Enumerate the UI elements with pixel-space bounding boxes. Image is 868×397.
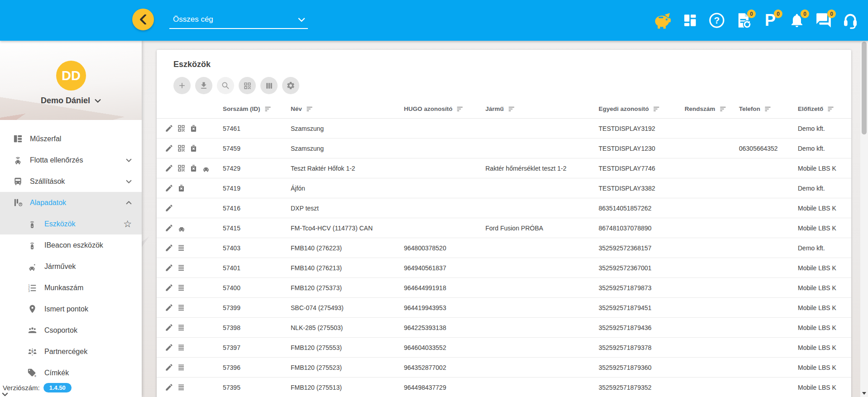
edit-icon[interactable]: [165, 343, 173, 352]
sidebar-item-cimkek[interactable]: + Címkék: [0, 362, 142, 383]
column-header-nev[interactable]: Név: [283, 100, 397, 118]
edit-icon[interactable]: [165, 124, 173, 133]
row-actions: [157, 278, 216, 297]
list-icon[interactable]: [177, 343, 186, 352]
row-actions: [157, 338, 216, 357]
parking-icon[interactable]: P 0: [760, 10, 781, 31]
cell-hugo: 964604033552: [397, 338, 478, 357]
edit-icon[interactable]: [165, 263, 173, 272]
row-actions: [157, 378, 216, 397]
sidebar-item-ibeacon-eszkozok[interactable]: IBeacon eszközök: [0, 234, 142, 256]
column-header-hugo[interactable]: HUGO azonosító: [397, 100, 478, 118]
edit-icon[interactable]: [165, 383, 173, 392]
company-select[interactable]: Összes cég: [169, 13, 308, 29]
edit-icon[interactable]: [165, 164, 173, 172]
cell-elofizeto: Mobile LBS K: [791, 278, 851, 297]
edit-icon[interactable]: [165, 244, 173, 252]
document-sync-icon[interactable]: 0: [733, 10, 754, 31]
sort-icon: [508, 106, 515, 112]
cell-jarmu: [478, 358, 591, 377]
edit-icon[interactable]: [165, 363, 173, 372]
cell-telefon: [732, 218, 791, 238]
qr-icon[interactable]: [177, 124, 186, 133]
cell-telefon: [732, 358, 791, 377]
column-header-jarmu[interactable]: Jármű: [478, 100, 591, 118]
main-area: Eszközök Sorszám (ID) Név: [142, 41, 868, 397]
row-actions: [157, 158, 216, 178]
sidebar-item-partnercegek[interactable]: $ Partnercégek: [0, 341, 142, 362]
scrollbar-down-button[interactable]: [860, 389, 868, 397]
car-icon[interactable]: [177, 224, 186, 233]
notifications-icon[interactable]: 0: [786, 10, 807, 31]
gear-icon: [286, 81, 295, 90]
sidebar-item-label: Flotta ellenőrzés: [30, 156, 83, 164]
download-button[interactable]: [195, 77, 212, 94]
columns-button[interactable]: [260, 77, 278, 94]
dashboard-icon: [12, 134, 24, 144]
cell-egyedi: TESTDISPLAY3192: [591, 119, 677, 138]
messages-icon[interactable]: 0: [813, 10, 834, 31]
settings-button[interactable]: [282, 77, 299, 94]
support-icon[interactable]: [840, 10, 861, 31]
list-icon[interactable]: [177, 383, 186, 392]
sidebar-item-alapadatok[interactable]: Alapadatok: [0, 192, 142, 213]
list-icon[interactable]: [177, 323, 186, 332]
sidebar-item-csoportok[interactable]: Csoportok: [0, 320, 142, 341]
add-button[interactable]: [173, 77, 191, 94]
bus-icon: [12, 176, 24, 187]
row-actions: [157, 139, 216, 158]
help-icon[interactable]: ?: [706, 10, 727, 31]
edit-icon[interactable]: [165, 204, 173, 212]
user-menu[interactable]: Demo Dániel: [0, 96, 142, 105]
qr-icon[interactable]: [177, 144, 186, 153]
delete-icon[interactable]: [189, 164, 198, 172]
scrollbar-thumb[interactable]: [862, 42, 867, 134]
avatar[interactable]: DD: [56, 61, 86, 91]
cell-hugo: 964498437729: [397, 378, 478, 397]
delete-icon[interactable]: [189, 144, 198, 153]
column-header-telefon[interactable]: Telefon: [732, 100, 791, 118]
edit-icon[interactable]: [165, 144, 173, 153]
qr-scan-button[interactable]: [239, 77, 256, 94]
list-icon[interactable]: [177, 303, 186, 312]
cell-sorszam: 57397: [216, 338, 283, 357]
edit-icon[interactable]: [165, 283, 173, 292]
cell-egyedi: 352592572367001: [591, 258, 677, 277]
sidebar-item-ismert-pontok[interactable]: Ismert pontok: [0, 298, 142, 320]
sidebar-item-szallitasok[interactable]: Szállítások: [0, 171, 142, 192]
sidebar-item-muszerfal[interactable]: Műszerfal: [0, 128, 142, 149]
qr-icon[interactable]: [177, 164, 186, 172]
sidebar-item-flotta-ellenorzes[interactable]: Flotta ellenőrzés: [0, 149, 142, 171]
apps-grid-icon[interactable]: [680, 10, 700, 31]
sidebar-scroll-down-icon[interactable]: [2, 390, 8, 397]
list-icon[interactable]: [177, 283, 186, 292]
list-icon[interactable]: [177, 244, 186, 252]
search-button[interactable]: [217, 77, 234, 94]
list-icon[interactable]: [177, 263, 186, 272]
cell-nev: FM-Tco4-HCV (114773) CAN: [283, 218, 397, 238]
favorite-star-icon[interactable]: ☆: [123, 219, 132, 230]
table-row: 57461SzamszungTESTDISPLAY3192Demo kft.: [157, 119, 851, 139]
delete-icon[interactable]: [189, 124, 198, 133]
beacon-icon: [26, 240, 38, 250]
list-icon[interactable]: [177, 363, 186, 372]
column-header-egyedi[interactable]: Egyedi azonosító: [591, 100, 677, 118]
edit-icon[interactable]: [165, 224, 173, 232]
cell-sorszam: 57429: [216, 158, 283, 178]
cell-egyedi: TESTDISPLAY7746: [591, 158, 677, 178]
piggy-bank-icon[interactable]: [653, 10, 674, 31]
car-icon[interactable]: [201, 164, 211, 173]
sidebar-item-jarmuvek[interactable]: Járművek: [0, 256, 142, 277]
cell-telefon: [732, 198, 791, 218]
edit-icon[interactable]: [165, 303, 173, 312]
sidebar-item-munkaszam[interactable]: 123 Munkaszám: [0, 277, 142, 298]
column-header-rendszam[interactable]: Rendszám: [677, 100, 732, 118]
back-button[interactable]: [132, 9, 154, 30]
sidebar-menu: Műszerfal Flotta ellenőrzés Szállítások …: [0, 120, 142, 383]
column-header-sorszam[interactable]: Sorszám (ID): [216, 100, 283, 118]
column-header-elofizeto[interactable]: Előfizető: [791, 100, 851, 118]
edit-icon[interactable]: [165, 323, 173, 332]
edit-icon[interactable]: [165, 184, 173, 192]
delete-icon[interactable]: [177, 184, 186, 192]
sidebar-item-eszkozok[interactable]: Eszközök ☆: [0, 213, 142, 234]
